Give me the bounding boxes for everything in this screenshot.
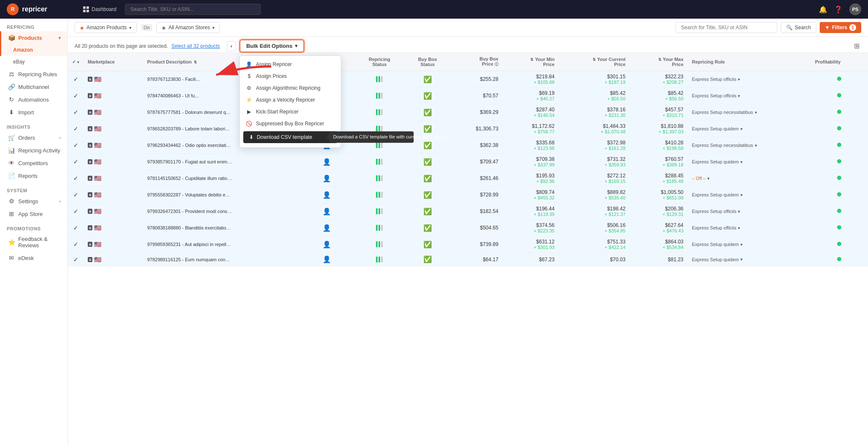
row-check-2[interactable]: ✓ [68,104,83,121]
row-check-0[interactable]: ✓ [68,71,83,88]
row-rule-6[interactable]: – Off – ▾ [688,170,811,187]
dropdown-assign-repricer[interactable]: 👤 Assign Repricer [240,58,341,70]
import-icon: ⬇ [8,109,15,116]
download-csv-btn[interactable]: ⬇ Download CSV template [243,131,337,143]
table-row: ✓ a 🇺🇸 9786528203789 - Labore totam labo… [68,121,868,137]
row-check-3[interactable]: ✓ [68,121,83,137]
row-check-9[interactable]: ✓ [68,220,83,236]
app-layout: Repricing 📦 Products ▾ Amazon eBay ⚖ Rep… [0,19,868,445]
row-profit-0 [811,71,868,88]
row-check-7[interactable]: ✓ [68,187,83,203]
row-current-price-3: $1,484.33 + $1,070.48 [559,121,629,137]
row-current-price-0: $301.15 + $187.19 [559,71,629,88]
row-rule-0[interactable]: Express Setup officiis ▾ [688,71,811,88]
sidebar-item-ebay[interactable]: eBay [0,56,67,68]
row-repricing-10 [354,236,405,253]
stock-availability-icon-10: 👤 [323,241,331,248]
row-check-6[interactable]: ✓ [68,170,83,187]
row-max-price-0: $322.23 + $208.27 [630,71,688,88]
dropdown-assign-velocity[interactable]: ⚡ Assign a Velocity Repricer [240,94,341,106]
dropdown-assign-prices[interactable]: $ Assign Prices [240,70,341,82]
sidebar-item-feedback[interactable]: ⭐ Feedback & Reviews [0,233,67,252]
row-current-price-9: $506.16 + $354.95 [559,220,629,236]
search-top-input[interactable] [125,4,261,15]
sidebar-item-repricing-activity[interactable]: 📊 Repricing Activity [0,144,67,157]
row-buybox-7: ✅ [405,187,451,203]
sidebar-item-import[interactable]: ⬇ Import [0,106,67,119]
row-min-price-0: $219.84 + $105.88 [503,71,559,88]
amazon-products-dropdown[interactable]: ◉ Amazon Products ▾ [75,22,137,33]
row-marketplace-1: a 🇺🇸 [83,88,143,104]
row-check-1[interactable]: ✓ [68,88,83,104]
main-search-input[interactable] [676,22,777,33]
row-rule-4[interactable]: Express Setup necessitatibus ▾ [688,137,811,154]
row-rule-10[interactable]: Express Setup quidem ▾ [688,236,811,253]
table-body: ✓ a 🇺🇸 9783767123830 - Facili... 👤 ✅ $25… [68,71,868,266]
dashboard-label: Dashboard [92,6,117,12]
row-current-price-4: $372.98 + $161.28 [559,137,629,154]
row-profit-2 [811,104,868,121]
sidebar-item-app-store[interactable]: ⊞ App Store [0,207,67,220]
sidebar-item-multichannel[interactable]: 🔗 Multichannel [0,80,67,93]
row-rule-2[interactable]: Express Setup necessitatibus ▾ [688,104,811,121]
sidebar-item-amazon[interactable]: Amazon [0,44,67,56]
row-marketplace-6: a 🇺🇸 [83,170,143,187]
row-buybox-price-7: $728.99 [451,187,503,203]
select-all-link[interactable]: Select all 32 products [171,43,220,49]
profit-indicator-7 [837,192,841,196]
row-repricing-9 [354,220,405,236]
sidebar-item-settings[interactable]: ⚙ Settings › [0,195,67,207]
row-desc-11: 9782989116125 - Eum numquam consequatur … [143,253,299,266]
sidebar-item-automations[interactable]: ↻ Automations [0,93,67,106]
suppressed-icon: 🚫 [246,121,253,127]
user-avatar[interactable]: PS [849,3,861,15]
dropdown-suppressed[interactable]: 🚫 Suppressed Buy Box Repricer [240,118,341,130]
row-check-10[interactable]: ✓ [68,236,83,253]
notification-icon[interactable]: 🔔 [819,6,827,14]
sidebar-item-products[interactable]: 📦 Products ▾ [0,31,67,44]
sidebar-item-edesk[interactable]: ✉ eDesk [0,252,67,264]
row-check-5[interactable]: ✓ [68,154,83,170]
row-rule-7[interactable]: Express Setup quidem ▾ [688,187,811,203]
help-icon[interactable]: ❓ [834,6,843,14]
row-rule-5[interactable]: Express Setup quidem ▾ [688,154,811,170]
repricing-status-icon-7 [359,192,401,198]
sidebar: Repricing 📦 Products ▾ Amazon eBay ⚖ Rep… [0,19,68,445]
grid-icon [83,6,89,12]
buybox-status-icon-11: ✅ [423,256,432,263]
sidebar-item-reports[interactable]: 📄 Reports [0,169,67,182]
on-badge: On [141,24,153,31]
search-button[interactable]: 🔍 Search [781,22,816,33]
row-check-4[interactable]: ✓ [68,137,83,154]
buybox-status-icon-1: ✅ [423,92,432,100]
filters-button[interactable]: ▼ Filters 1 [820,22,861,33]
row-rule-8[interactable]: Express Setup officiis ▾ [688,203,811,220]
dropdown-assign-algorithmic[interactable]: ⚙ Assign Algorithmic Repricing [240,82,341,94]
sidebar-item-orders[interactable]: 🛒 Orders › [0,131,67,144]
profit-indicator-4 [837,143,841,147]
row-rule-11[interactable]: Express Setup quidem ▾ [688,253,811,266]
amazon-products-label: Amazon Products [86,25,127,30]
row-check-8[interactable]: ✓ [68,203,83,220]
repricing-status-icon-4 [359,142,401,148]
row-rule-3[interactable]: Express Setup quidem ▾ [688,121,811,137]
layout-toggle[interactable]: ⊞ [852,40,861,52]
dashboard-btn[interactable]: Dashboard [80,5,120,14]
all-stores-dropdown[interactable]: ◉ All Amazon Stores ▾ [156,22,220,33]
row-rule-9[interactable]: Express Setup officiis ▾ [688,220,811,236]
table-row: ✓ a 🇺🇸 9784740086463 - Ut fu... 👤 ✅ $70.… [68,88,868,104]
dropdown-kick-start[interactable]: ▶ Kick-Start Repricer [240,106,341,118]
row-check-11[interactable]: ✓ [68,253,83,266]
row-rule-1[interactable]: Express Setup officiis ▾ [688,88,811,104]
row-current-price-1: $85.42 + $56.50 [559,88,629,104]
prev-arrow[interactable]: ‹ [227,41,236,51]
row-buybox-price-6: $261.46 [451,170,503,187]
table-row: ✓ a 🇺🇸 9793857901170 - Fugiat aut sunt e… [68,154,868,170]
sidebar-item-competitors[interactable]: 👁 Competitors [0,157,67,169]
col-check[interactable]: ✓ ▾ [68,53,83,71]
bulk-edit-button[interactable]: Bulk Edit Options ▾ [239,39,304,53]
country-flag-1: 🇺🇸 [94,92,101,99]
sidebar-item-repricing-rules[interactable]: ⚖ Repricing Rules [0,68,67,80]
row-marketplace-0: a 🇺🇸 [83,71,143,88]
app-store-label: App Store [18,211,43,217]
